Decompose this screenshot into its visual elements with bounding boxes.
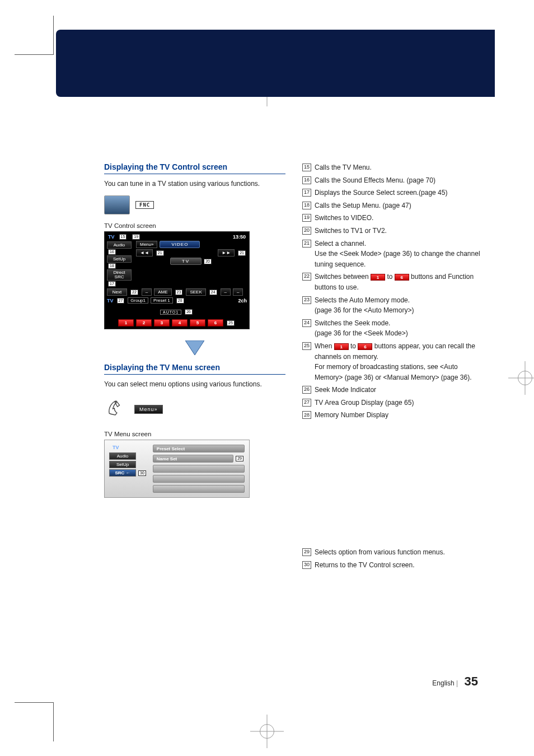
dev-tv2: TV (107, 298, 114, 304)
d2-setup-button[interactable]: SetUp (109, 461, 136, 468)
section-intro-menu: You can select menu options using variou… (104, 379, 285, 389)
callout-text: Switches to VIDEO. (315, 213, 484, 223)
crop-mark-tl (15, 16, 54, 55)
dev-menu-button[interactable]: Menu» (136, 241, 157, 248)
dev-preset-3[interactable]: 3 (154, 319, 170, 326)
callout-text: TV Area Group Display (page 65) (315, 398, 484, 408)
callout-item: 26Seek Mode Indicator (302, 385, 484, 395)
dev-time: 13:50 (233, 234, 246, 240)
header-band (73, 30, 495, 97)
callout-number: 21 (302, 240, 311, 248)
marker-21: 21 (156, 250, 164, 256)
page: Displaying the TV Control screen You can… (0, 0, 534, 756)
marker-23: 23 (175, 290, 183, 295)
marker-22: 22 (130, 290, 138, 295)
callout-number: 25 (302, 342, 311, 350)
section-title-menu: Displaying the TV Menu screen (104, 363, 285, 375)
callout-number: 28 (302, 411, 311, 419)
content: Displaying the TV Control screen You can… (104, 162, 484, 572)
caption-control-screen: TV Control screen (104, 222, 285, 229)
red-button-inline: 1 (334, 343, 349, 350)
marker-16: 16 (108, 249, 116, 255)
dev-direct-src-button[interactable]: Direct SRC (107, 269, 132, 281)
callout-number: 27 (302, 399, 311, 407)
dev-dash-3[interactable]: – (233, 288, 243, 296)
callout-list-2: 29Selects option from various function m… (302, 547, 484, 570)
callout-text: Selects the Auto Memory mode.(page 36 fo… (315, 295, 484, 316)
marker-27: 27 (117, 298, 125, 304)
callout-item: 27TV Area Group Display (page 65) (302, 398, 484, 408)
d2-preset-select[interactable]: Preset Select (153, 445, 245, 452)
page-footer: English | 35 (432, 674, 478, 689)
section-menu: Displaying the TV Menu screen You can se… (104, 363, 285, 498)
callout-list-1: 15Calls the TV Menu.16Calls the Sound Ef… (302, 162, 484, 421)
dev-next-page-button[interactable]: Next (107, 288, 127, 296)
d2-name-set[interactable]: Name Set (153, 455, 233, 463)
dev-video-pill[interactable]: VIDEO (160, 241, 200, 248)
dev-dash-2[interactable]: – (221, 288, 231, 296)
section-control: Displaying the TV Control screen You can… (104, 162, 285, 329)
dev-preset-1[interactable]: 1 (118, 319, 134, 326)
crop-mark-bl (15, 702, 54, 741)
d2-slot-3[interactable] (153, 465, 245, 473)
dev-tv-pill[interactable]: TV (170, 258, 202, 265)
callout-item: 25When 1 to 6 buttons appear, you can re… (302, 341, 484, 382)
dev-seek-button[interactable]: SEEK (186, 288, 205, 296)
d2-slot-5[interactable] (153, 485, 245, 493)
callout-item: 20Switches to TV1 or TV2. (302, 226, 484, 236)
marker-29: 29 (236, 456, 243, 461)
thumbnail-image (104, 195, 130, 214)
callout-number: 20 (302, 227, 311, 235)
dev-audio-button[interactable]: Audio (107, 241, 132, 249)
dev-setup-button[interactable]: SetUp (107, 255, 132, 263)
dev-dash-1[interactable]: – (142, 288, 152, 296)
dev-preset-6[interactable]: 6 (208, 319, 223, 326)
dev-group: Group1 (128, 297, 148, 304)
footer-lang: English (432, 679, 454, 687)
callout-number: 22 (302, 273, 311, 281)
hand-row: Menu» (104, 396, 285, 423)
callout-number: 29 (302, 548, 311, 556)
caption-menu-screen: TV Menu screen (104, 431, 285, 437)
marker-17: 17 (108, 281, 116, 287)
menu-button[interactable]: Menu» (134, 405, 163, 414)
right-column: 15Calls the TV Menu.16Calls the Sound Ef… (302, 162, 484, 572)
fnc-button[interactable]: FNC (135, 201, 154, 209)
dev-next-button[interactable]: ►► (218, 249, 235, 256)
dev-preset-4[interactable]: 4 (172, 319, 188, 326)
callout-number: 18 (302, 202, 311, 209)
tv-menu-screen: TV Audio SetUp SRC ← 30 Preset Select Na… (104, 440, 250, 498)
red-button-inline: 6 (358, 343, 372, 350)
d2-src-button[interactable]: SRC ← (109, 469, 136, 477)
callout-number: 23 (302, 296, 311, 304)
callout-text: Displays the Source Select screen.(page … (315, 188, 484, 198)
callout-text: Selects option from various function men… (315, 547, 484, 558)
dev-channel: 2ch (238, 298, 247, 304)
dev-ame-button[interactable]: AME (154, 288, 171, 296)
svg-marker-0 (185, 340, 204, 355)
callout-number: 19 (302, 214, 311, 222)
dev-prev-button[interactable]: ◄◄ (136, 249, 153, 256)
fnc-row: FNC (104, 195, 285, 214)
down-arrow-icon (104, 340, 285, 355)
left-column: Displaying the TV Control screen You can… (104, 162, 285, 572)
callout-number: 26 (302, 386, 311, 394)
callout-number: 17 (302, 189, 311, 197)
dev-preset-2[interactable]: 2 (136, 319, 152, 326)
callout-item: 29Selects option from various function m… (302, 547, 484, 558)
marker-28: 28 (176, 298, 184, 304)
d2-audio-button[interactable]: Audio (109, 452, 136, 460)
marker-21b: 21 (238, 250, 246, 256)
dev-tv-label: TV (108, 234, 115, 240)
callout-item: 15Calls the TV Menu. (302, 162, 484, 173)
crosshair-bottom (250, 715, 284, 748)
dev-preset: Preset 1 (151, 297, 173, 304)
d2-slot-4[interactable] (153, 475, 245, 483)
dev-preset-5[interactable]: 5 (190, 319, 205, 326)
callout-item: 22Switches between 1 to 6 buttons and Fu… (302, 272, 484, 292)
callout-text: Calls the Setup Menu. (page 47) (315, 200, 484, 211)
callout-text: Switches to TV1 or TV2. (315, 226, 484, 236)
callout-item: 24Switches the Seek mode.(page 36 for th… (302, 318, 484, 339)
red-button-inline: 6 (395, 274, 409, 281)
callout-text: Calls the Sound Effects Menu. (page 70) (315, 175, 484, 186)
